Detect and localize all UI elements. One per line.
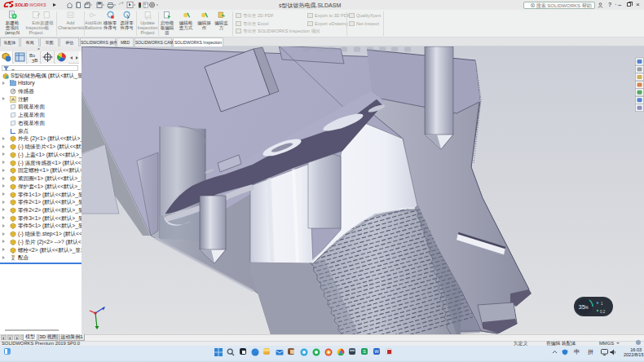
svg-text:A: A (11, 97, 15, 102)
svg-text:WORKS: WORKS (29, 2, 46, 7)
svg-text:0.2: 0.2 (600, 310, 606, 314)
svg-text:ʒB: ʒB (32, 58, 37, 63)
svg-text:SOLID: SOLID (15, 2, 29, 7)
